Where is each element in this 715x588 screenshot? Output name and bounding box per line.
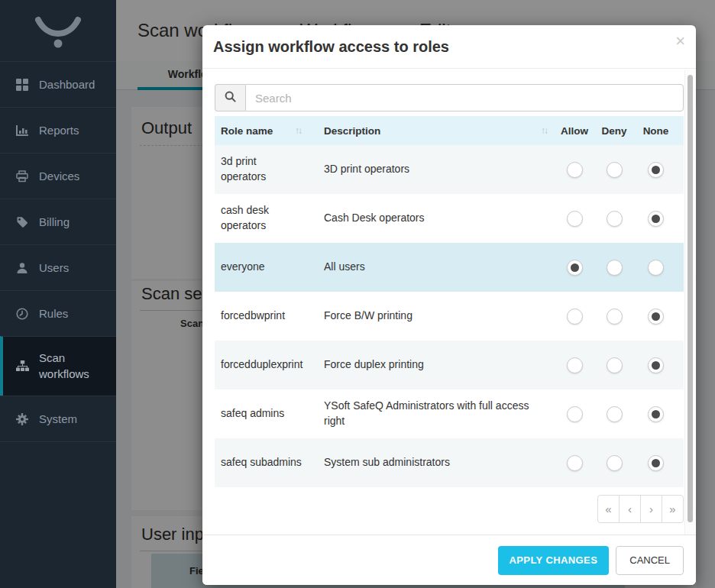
role-description-cell: Cash Desk operators — [324, 194, 555, 243]
radio-none[interactable] — [648, 162, 664, 178]
role-name-cell: forcedduplexprint — [215, 341, 324, 389]
radio-deny[interactable] — [607, 260, 623, 276]
roles-table-header: Role name ↑↓ Description ↑↓ Allow Deny N… — [215, 116, 684, 145]
role-description-cell: System sub administrators — [324, 438, 555, 487]
radio-none[interactable] — [648, 357, 664, 373]
role-name-cell: cash desk operators — [215, 194, 324, 243]
role-name-cell: forcedbwprint — [215, 292, 324, 341]
sidebar-item-rules[interactable]: Rules — [0, 290, 116, 336]
allow-cell — [555, 341, 594, 389]
none-cell — [634, 194, 678, 243]
search-icon — [225, 91, 236, 105]
deny-cell — [594, 438, 634, 487]
column-header-description[interactable]: Description — [324, 125, 380, 137]
radio-deny[interactable] — [607, 309, 623, 325]
modal-scrollbar[interactable] — [684, 70, 695, 535]
search-addon — [215, 84, 245, 111]
user-icon — [15, 261, 29, 275]
roles-table-body: 3d print operators3D print operatorscash… — [215, 145, 684, 487]
bar-chart-icon — [15, 124, 29, 137]
role-description-cell: All users — [324, 243, 555, 292]
table-row: everyoneAll users — [215, 243, 684, 292]
radio-deny[interactable] — [607, 211, 623, 227]
sidebar-item-reports[interactable]: Reports — [0, 107, 116, 153]
sidebar-filler — [0, 441, 116, 588]
radio-deny[interactable] — [607, 455, 623, 471]
allow-cell — [555, 438, 594, 487]
modal-footer: APPLY CHANGES CANCEL — [202, 535, 696, 585]
sidebar-item-label: Devices — [39, 170, 79, 183]
column-header-deny: Deny — [594, 125, 634, 137]
modal-header: Assign workflow access to roles × — [202, 25, 696, 69]
close-icon[interactable]: × — [672, 30, 688, 53]
cancel-button[interactable]: CANCEL — [616, 546, 684, 575]
sidebar: Dashboard Reports Devices Billing Users … — [0, 0, 116, 588]
none-cell — [634, 341, 678, 389]
search-input[interactable] — [245, 84, 684, 111]
sidebar-item-label: System — [39, 412, 77, 425]
ysoft-logo[interactable] — [0, 0, 116, 61]
role-name-cell: 3d print operators — [215, 145, 324, 194]
ysoft-logo-icon — [31, 11, 86, 50]
deny-cell — [594, 389, 634, 438]
radio-deny[interactable] — [607, 357, 623, 373]
allow-cell — [555, 389, 594, 438]
apply-changes-button[interactable]: APPLY CHANGES — [498, 546, 610, 575]
table-row: forcedbwprintForce B/W printing — [215, 292, 684, 341]
column-header-allow: Allow — [555, 125, 594, 137]
radio-allow[interactable] — [567, 211, 583, 227]
none-cell — [634, 292, 678, 341]
sidebar-item-label: Reports — [39, 124, 79, 137]
pagination-first-button[interactable]: « — [597, 495, 620, 523]
role-name-cell: safeq admins — [215, 389, 324, 438]
sidebar-item-label: Users — [39, 261, 69, 274]
modal-body: Role name ↑↓ Description ↑↓ Allow Deny N… — [202, 69, 696, 535]
radio-allow[interactable] — [567, 455, 583, 471]
grid-icon — [15, 78, 29, 92]
sort-icon[interactable]: ↑↓ — [541, 125, 550, 136]
sidebar-item-label: Billing — [39, 215, 70, 228]
modal-title: Assign workflow access to roles — [213, 38, 449, 56]
pagination-prev-button[interactable]: ‹ — [619, 495, 641, 523]
sidebar-item-label: Rules — [39, 307, 68, 320]
gear-icon — [15, 412, 29, 426]
clock-icon — [15, 307, 29, 321]
deny-cell — [594, 243, 634, 292]
sidebar-item-dashboard[interactable]: Dashboard — [0, 61, 116, 107]
pagination-next-button[interactable]: › — [640, 495, 662, 523]
sidebar-item-scan-workflows[interactable]: Scan workflows — [0, 336, 116, 396]
radio-allow[interactable] — [567, 357, 583, 373]
sidebar-item-label: Scan workflows — [39, 351, 103, 382]
allow-cell — [555, 145, 594, 194]
sort-icon[interactable]: ↑↓ — [295, 125, 304, 136]
allow-cell — [555, 243, 594, 292]
none-cell — [634, 389, 678, 438]
tag-icon — [15, 215, 29, 229]
column-header-role-name[interactable]: Role name — [221, 125, 273, 137]
radio-allow[interactable] — [567, 309, 583, 325]
radio-allow[interactable] — [567, 406, 583, 422]
sidebar-item-devices[interactable]: Devices — [0, 153, 116, 199]
sidebar-item-system[interactable]: System — [0, 396, 116, 441]
radio-deny[interactable] — [607, 406, 623, 422]
table-row: safeq adminsYSoft SafeQ Administrators w… — [215, 389, 684, 438]
pagination-last-button[interactable]: » — [662, 495, 684, 523]
deny-cell — [594, 292, 634, 341]
allow-cell — [555, 194, 594, 243]
sidebar-item-users[interactable]: Users — [0, 244, 116, 290]
role-name-cell: everyone — [215, 243, 324, 292]
table-row: cash desk operatorsCash Desk operators — [215, 194, 684, 243]
sidebar-item-billing[interactable]: Billing — [0, 199, 116, 244]
radio-allow[interactable] — [567, 162, 583, 178]
deny-cell — [594, 341, 634, 389]
radio-none[interactable] — [648, 309, 664, 325]
none-cell — [634, 243, 678, 292]
role-description-cell: Force B/W printing — [324, 292, 555, 341]
radio-none[interactable] — [648, 260, 664, 276]
radio-none[interactable] — [648, 406, 664, 422]
radio-none[interactable] — [648, 211, 664, 227]
scrollbar-thumb[interactable] — [688, 75, 693, 522]
radio-deny[interactable] — [607, 162, 623, 178]
radio-allow[interactable] — [567, 260, 583, 276]
radio-none[interactable] — [648, 455, 664, 471]
